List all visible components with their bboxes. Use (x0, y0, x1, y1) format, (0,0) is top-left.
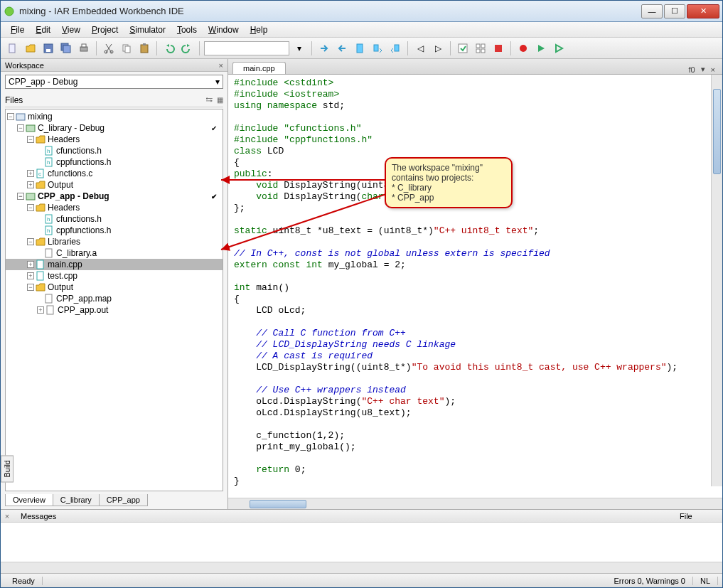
svg-rect-7 (82, 44, 86, 47)
make-icon[interactable] (473, 41, 488, 56)
menu-window[interactable]: Window (203, 23, 245, 36)
editor-dropdown-icon[interactable]: ▾ (698, 65, 708, 74)
cut-icon[interactable] (101, 41, 117, 56)
nav-back-icon[interactable]: ◁ (412, 41, 428, 56)
svg-text:h: h (47, 148, 50, 154)
tree-file: CPP_app.map (6, 293, 223, 304)
lib-file-icon (44, 248, 54, 258)
h-file-icon: h (44, 225, 54, 235)
build-tab-vertical[interactable]: Build (1, 455, 14, 482)
chevron-down-icon: ▾ (215, 77, 220, 87)
svg-rect-37 (45, 249, 52, 257)
svg-rect-12 (141, 45, 148, 53)
h-file-icon: h (44, 146, 54, 156)
svg-rect-11 (125, 46, 130, 53)
build-panel: × Messages File (1, 509, 722, 573)
menu-file[interactable]: File (5, 23, 30, 36)
code-editor[interactable]: #include <cstdint> #include <iostream> u… (228, 75, 722, 498)
undo-icon[interactable] (161, 41, 177, 56)
menu-simulator[interactable]: Simulator (124, 23, 171, 36)
menu-view[interactable]: View (56, 23, 86, 36)
svg-rect-25 (26, 125, 35, 132)
redo-icon[interactable] (179, 41, 195, 56)
compile-icon[interactable] (455, 41, 471, 56)
build-close-icon[interactable]: × (1, 512, 14, 520)
bookmark-toggle-icon[interactable] (352, 41, 368, 56)
svg-rect-39 (37, 272, 43, 280)
files-header-icon-1[interactable]: ⮀ (205, 96, 213, 104)
vertical-scrollbar[interactable] (711, 75, 722, 486)
toggle-breakpoint-icon[interactable] (515, 41, 531, 56)
editor-tab-main[interactable]: main.cpp (232, 62, 286, 74)
debug-no-download-icon[interactable] (551, 41, 567, 56)
minimize-button[interactable]: — (641, 4, 663, 18)
paste-icon[interactable] (136, 41, 152, 56)
tree-folder: −Headers (6, 134, 223, 145)
svg-rect-1 (9, 44, 15, 53)
editor-close-icon[interactable]: × (708, 65, 718, 74)
svg-point-23 (520, 45, 527, 52)
svg-point-9 (110, 50, 113, 53)
tree-project-c-library: −C_library - Debug✔ (6, 122, 223, 134)
build-col-file[interactable]: File (680, 512, 722, 520)
menu-tools[interactable]: Tools (171, 23, 203, 36)
map-file-icon (44, 294, 54, 304)
stop-build-icon[interactable] (491, 41, 506, 56)
workspace-icon (16, 112, 26, 122)
search-dropdown-icon[interactable]: ▾ (291, 41, 307, 56)
debug-icon[interactable] (533, 41, 549, 56)
tree-file-main-selected: +main.cpp (6, 259, 223, 270)
ws-tab-c-library[interactable]: C_library (53, 494, 100, 506)
status-bar: Ready Errors 0, Warnings 0 NL (1, 573, 722, 587)
svg-rect-41 (47, 306, 53, 314)
tree-file: +ccfunctions.c (6, 168, 223, 179)
toolbar-search-input[interactable] (204, 41, 289, 55)
bookmark-prev-icon[interactable] (387, 41, 403, 56)
svg-rect-32 (26, 193, 35, 200)
config-dropdown-value: CPP_app - Debug (9, 77, 77, 87)
build-messages-list[interactable] (1, 523, 722, 562)
tree-file: hcfunctions.h (6, 145, 223, 156)
find-next-icon[interactable] (316, 41, 332, 56)
svg-point-0 (5, 7, 14, 16)
build-col-messages[interactable]: Messages (14, 512, 680, 520)
tree-file: hcppfunctions.h (6, 225, 223, 236)
project-icon (26, 191, 36, 201)
maximize-button[interactable]: ☐ (664, 4, 685, 18)
c-file-icon: c (36, 169, 45, 178)
menu-help[interactable]: Help (245, 23, 274, 36)
menu-edit[interactable]: Edit (30, 23, 56, 36)
nav-fwd-icon[interactable]: ▷ (430, 41, 446, 56)
save-all-icon[interactable] (58, 41, 74, 56)
open-file-icon[interactable] (23, 41, 38, 56)
new-file-icon[interactable] (5, 41, 21, 56)
workspace-close-icon[interactable]: × (219, 61, 223, 70)
close-button[interactable]: ✕ (687, 4, 719, 18)
ws-tab-cpp-app[interactable]: CPP_app (99, 494, 148, 506)
svg-text:h: h (47, 228, 50, 234)
tree-folder: −Output (6, 282, 223, 293)
config-dropdown[interactable]: CPP_app - Debug ▾ (5, 75, 223, 89)
title-bar: mixing - IAR Embedded Workbench IDE — ☐ … (1, 1, 722, 22)
horizontal-scrollbar[interactable] (228, 498, 722, 509)
annotation-line: * CPP_app (392, 193, 505, 203)
svg-point-8 (105, 50, 107, 53)
bookmark-next-icon[interactable] (370, 41, 385, 56)
app-icon (4, 6, 15, 17)
find-prev-icon[interactable] (334, 41, 350, 56)
app-window: mixing - IAR Embedded Workbench IDE — ☐ … (0, 0, 723, 588)
tree-folder: −Headers (6, 202, 223, 213)
save-icon[interactable] (41, 41, 56, 56)
copy-icon[interactable] (119, 41, 134, 56)
menu-bar: File Edit View Project Simulator Tools W… (1, 22, 722, 38)
build-horizontal-scrollbar[interactable] (1, 562, 722, 573)
print-icon[interactable] (76, 41, 92, 56)
annotation-line: * C_library (392, 183, 505, 193)
annotation-line: The workspace "mixing" (392, 163, 505, 173)
files-header-icon-2[interactable]: ▦ (217, 96, 223, 104)
file-tree[interactable]: −mixing −C_library - Debug✔ −Headers hcf… (5, 109, 223, 491)
function-indicator[interactable]: f0 (685, 65, 697, 74)
ws-tab-overview[interactable]: Overview (5, 494, 53, 506)
menu-project[interactable]: Project (86, 23, 124, 36)
svg-text:h: h (47, 159, 50, 166)
